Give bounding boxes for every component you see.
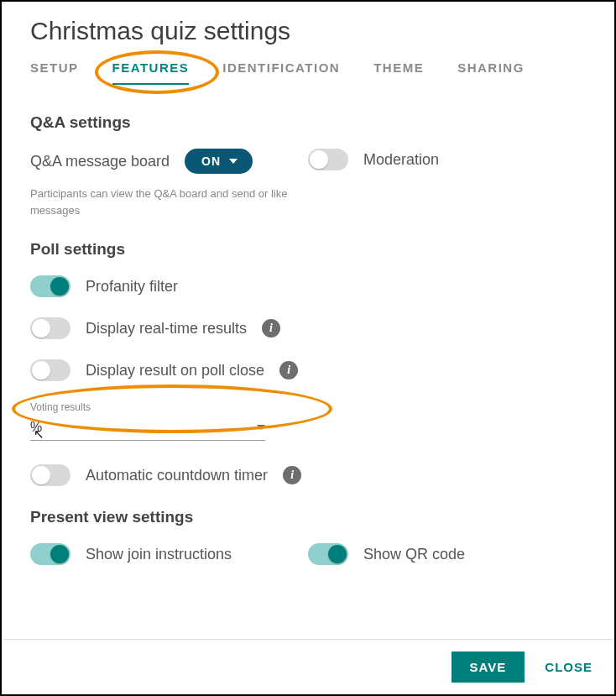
profanity-label: Profanity filter <box>86 278 178 296</box>
poll-section: Poll settings Profanity filter Display r… <box>30 240 586 486</box>
onclose-toggle[interactable] <box>30 359 70 381</box>
onclose-label: Display result on poll close <box>86 362 264 379</box>
moderation-toggle[interactable] <box>308 149 348 170</box>
tab-features[interactable]: FEATURES <box>112 60 190 85</box>
join-label: Show join instructions <box>86 546 232 563</box>
qa-section: Q&A settings Q&A message board ON Partic… <box>30 113 586 218</box>
qa-helper-text: Participants can view the Q&A board and … <box>30 186 308 218</box>
voting-results-label: Voting results <box>30 401 265 413</box>
realtime-label: Display real-time results <box>86 320 247 338</box>
footer: SAVE CLOSE <box>3 639 613 694</box>
poll-heading: Poll settings <box>30 240 586 259</box>
auto-timer-label: Automatic countdown timer <box>86 467 268 484</box>
info-icon[interactable]: i <box>283 466 301 484</box>
caret-down-icon <box>229 159 238 164</box>
moderation-label: Moderation <box>363 151 439 169</box>
tab-theme[interactable]: THEME <box>373 60 424 85</box>
qr-label: Show QR code <box>363 546 465 563</box>
page-title: Christmas quiz settings <box>30 17 586 45</box>
voting-results-value: % <box>30 420 42 435</box>
close-button[interactable]: CLOSE <box>545 660 593 674</box>
qa-board-label: Q&A message board <box>30 153 170 170</box>
save-button[interactable]: SAVE <box>452 652 525 683</box>
profanity-toggle[interactable] <box>30 275 70 297</box>
present-heading: Present view settings <box>30 508 586 526</box>
tab-bar: SETUP FEATURES IDENTIFICATION THEME SHAR… <box>30 60 586 85</box>
info-icon[interactable]: i <box>262 319 280 338</box>
tab-setup[interactable]: SETUP <box>30 60 79 85</box>
caret-down-icon <box>257 425 265 430</box>
voting-results-select[interactable]: Voting results % <box>30 401 265 441</box>
realtime-toggle[interactable] <box>30 317 70 339</box>
auto-timer-toggle[interactable] <box>30 464 70 486</box>
tab-identification[interactable]: IDENTIFICATION <box>222 60 340 85</box>
join-toggle[interactable] <box>30 543 70 565</box>
present-section: Present view settings Show join instruct… <box>30 508 586 585</box>
info-icon[interactable]: i <box>279 361 298 379</box>
qa-board-dropdown-value: ON <box>201 154 221 168</box>
tab-sharing[interactable]: SHARING <box>457 60 525 85</box>
qa-board-dropdown[interactable]: ON <box>185 149 253 174</box>
qa-heading: Q&A settings <box>30 113 586 132</box>
qr-toggle[interactable] <box>308 543 348 565</box>
